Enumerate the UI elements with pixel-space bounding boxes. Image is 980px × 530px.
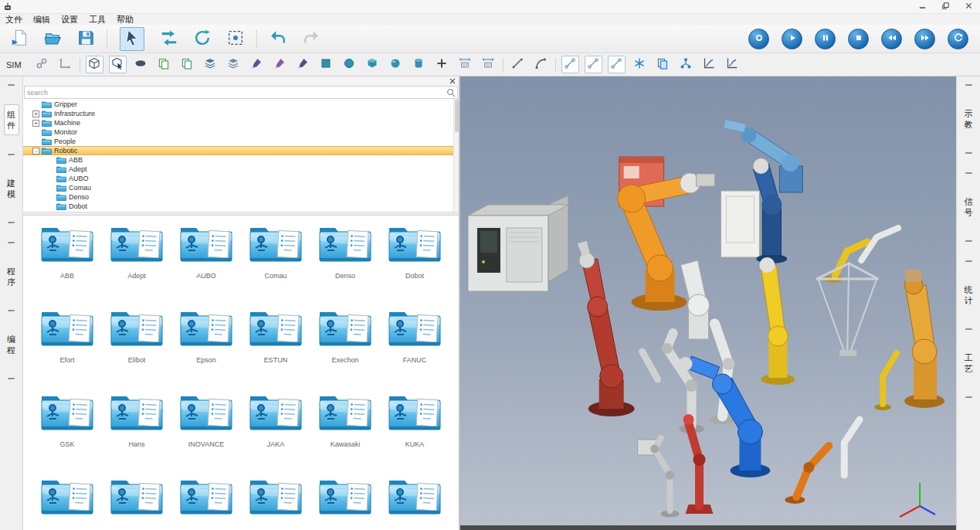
tree-item[interactable]: ABB: [23, 155, 459, 165]
box-select-icon[interactable]: [109, 56, 127, 73]
splitter-handle[interactable]: [8, 222, 15, 223]
tab-modeling[interactable]: 建模: [4, 174, 19, 203]
tree-item[interactable]: Monitor: [23, 127, 459, 137]
component-folder[interactable]: AUBO: [175, 219, 238, 298]
component-folder[interactable]: GSK: [36, 387, 99, 467]
loop-button[interactable]: [948, 29, 968, 49]
close-panel-icon[interactable]: [446, 77, 459, 86]
component-folder[interactable]: Denso: [314, 219, 377, 298]
toolbar-separator[interactable]: [256, 29, 257, 48]
frame-tool-icon-1[interactable]: [561, 56, 579, 73]
splitter-handle[interactable]: [965, 172, 972, 174]
tree-item[interactable]: Comau: [23, 183, 459, 192]
tree-item[interactable]: - Robotic: [23, 146, 459, 155]
solid-cylinder-icon[interactable]: [410, 56, 428, 73]
splitter-handle[interactable]: [965, 152, 972, 154]
component-folder[interactable]: [36, 471, 99, 530]
component-folder[interactable]: Exechon: [314, 303, 377, 382]
new-file-icon[interactable]: [7, 27, 32, 51]
open-folder-icon[interactable]: [40, 27, 65, 51]
component-folder[interactable]: Dobot: [383, 219, 446, 298]
3d-scene[interactable]: [460, 76, 956, 525]
tab-statistics[interactable]: 统计: [961, 280, 976, 310]
maximize-button[interactable]: [934, 0, 957, 13]
splitter-handle[interactable]: [8, 310, 15, 311]
stop-button[interactable]: [848, 29, 869, 49]
solid-cube-icon[interactable]: [364, 56, 381, 73]
tree-item[interactable]: Adept: [23, 165, 459, 174]
add-primitive-icon[interactable]: [433, 56, 451, 73]
splitter-handle[interactable]: [8, 154, 15, 155]
component-folder[interactable]: Elibot: [105, 303, 168, 382]
wireframe-box-icon[interactable]: [86, 56, 103, 73]
tab-programming[interactable]: 编程: [4, 330, 19, 359]
duplicate-icon[interactable]: [654, 56, 672, 73]
scrollbar-thumb[interactable]: [455, 100, 459, 132]
chart-tool-icon-1[interactable]: [700, 56, 718, 73]
component-folder[interactable]: ABB: [36, 219, 99, 298]
chart-tool-icon-2[interactable]: [724, 56, 741, 73]
menu-item[interactable]: 编辑: [28, 14, 56, 25]
copy-icon[interactable]: [155, 56, 173, 73]
tab-teach[interactable]: 示教: [961, 104, 976, 134]
menu-item[interactable]: 工具: [83, 14, 111, 25]
tree-toggle-icon[interactable]: -: [32, 148, 39, 155]
component-folder[interactable]: Adept: [105, 219, 168, 298]
component-folder[interactable]: FANUC: [383, 303, 446, 382]
record-button[interactable]: [748, 29, 769, 49]
undo-icon[interactable]: [266, 27, 290, 51]
brush-tool-icon-1[interactable]: [248, 56, 266, 73]
measure-tool-icon-1[interactable]: [456, 56, 474, 73]
component-folder[interactable]: Kawasaki: [314, 387, 377, 467]
toolbar-separator[interactable]: [503, 58, 504, 72]
viewport-3d[interactable]: [459, 76, 956, 530]
splitter-handle[interactable]: [8, 242, 15, 243]
tree-item[interactable]: + Machine: [23, 118, 459, 127]
tab-signal[interactable]: 信号: [961, 192, 976, 222]
component-folder[interactable]: [314, 471, 377, 530]
frame-tool-icon-2[interactable]: [585, 56, 602, 73]
step-back-button[interactable]: [881, 29, 902, 49]
arc-draw-icon[interactable]: [532, 56, 550, 73]
search-input[interactable]: [25, 87, 445, 98]
brush-tool-icon-2[interactable]: [271, 56, 289, 73]
component-folder[interactable]: Epson: [175, 303, 238, 382]
component-folder[interactable]: Hans: [105, 387, 168, 467]
splitter-handle[interactable]: [965, 328, 972, 330]
collision-check-icon[interactable]: [631, 56, 649, 73]
solid-sphere-icon[interactable]: [387, 56, 405, 73]
tree-toggle-icon[interactable]: +: [32, 110, 39, 117]
measure-tool-icon-2[interactable]: [480, 56, 497, 73]
tree-scrollbar[interactable]: [453, 99, 459, 212]
tree-item[interactable]: People: [23, 137, 459, 146]
component-folder[interactable]: Comau: [244, 219, 307, 298]
component-folder[interactable]: ESTUN: [244, 303, 307, 382]
splitter-handle[interactable]: [965, 396, 972, 398]
layers-icon[interactable]: [202, 56, 219, 73]
toolbar-separator[interactable]: [107, 29, 107, 48]
tree-toggle-icon[interactable]: +: [32, 120, 39, 127]
select-arrow-icon[interactable]: [120, 27, 144, 51]
frame-tool-icon-3[interactable]: [608, 56, 626, 73]
tab-program[interactable]: 程序: [4, 262, 19, 291]
component-folder[interactable]: KUKA: [383, 387, 446, 467]
component-folder[interactable]: [383, 471, 446, 530]
tree-item[interactable]: + Infrastructure: [23, 109, 459, 118]
toolbar-separator[interactable]: [80, 58, 80, 72]
component-folder[interactable]: [244, 471, 307, 530]
fit-view-icon[interactable]: [223, 27, 248, 51]
component-folder[interactable]: JAKA: [244, 387, 307, 467]
splitter-handle[interactable]: [8, 378, 15, 379]
component-folder[interactable]: [175, 471, 238, 530]
component-folder[interactable]: Efort: [36, 303, 99, 382]
minimize-button[interactable]: [910, 0, 934, 13]
tree-item[interactable]: AUBO: [23, 174, 459, 183]
tree-item[interactable]: Gripper: [23, 100, 459, 109]
pause-button[interactable]: [815, 29, 836, 49]
splitter-handle[interactable]: [965, 260, 972, 262]
swap-arrows-icon[interactable]: [157, 27, 181, 51]
tree-item[interactable]: Dobot: [23, 202, 459, 211]
tree-item[interactable]: Denso: [23, 192, 459, 202]
rotate-view-icon[interactable]: [190, 27, 215, 51]
play-button[interactable]: [782, 29, 802, 49]
